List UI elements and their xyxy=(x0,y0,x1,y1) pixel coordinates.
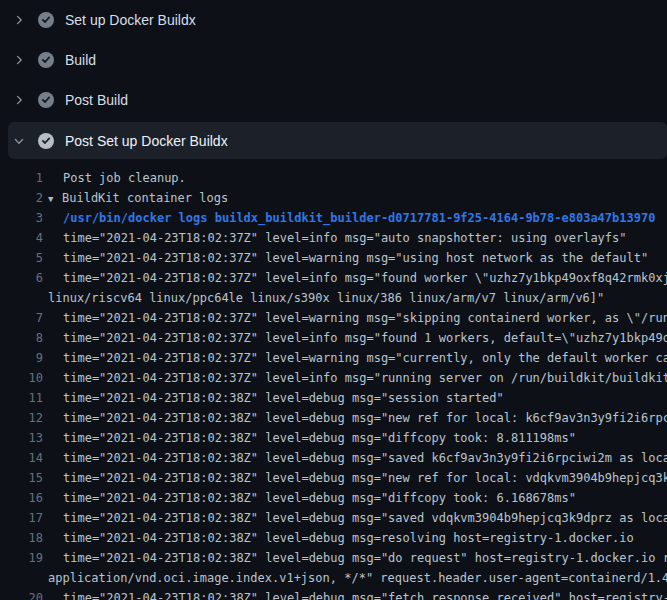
line-number[interactable]: 13 xyxy=(0,428,43,448)
line-number[interactable]: 6 xyxy=(0,268,43,288)
log-row: 16time="2021-04-23T18:02:38Z" level=debu… xyxy=(0,488,667,508)
line-number[interactable]: 4 xyxy=(0,228,43,248)
line-number[interactable]: 17 xyxy=(0,508,43,528)
log-text: time="2021-04-23T18:02:37Z" level=info m… xyxy=(43,268,667,288)
log-text: linux/riscv64 linux/ppc64le linux/s390x … xyxy=(43,288,604,308)
line-number[interactable]: 10 xyxy=(0,368,43,388)
log-row: 19time="2021-04-23T18:02:38Z" level=debu… xyxy=(0,548,667,568)
log-row: 20time="2021-04-23T18:02:38Z" level=debu… xyxy=(0,588,667,600)
log-text: time="2021-04-23T18:02:38Z" level=debug … xyxy=(43,508,667,528)
log-lines: 1Post job cleanup.2▼BuildKit container l… xyxy=(0,160,667,600)
log-text: time="2021-04-23T18:02:38Z" level=debug … xyxy=(43,548,667,568)
log-text: time="2021-04-23T18:02:37Z" level=warnin… xyxy=(43,308,667,328)
log-row: linux/riscv64 linux/ppc64le linux/s390x … xyxy=(0,288,667,308)
chevron-right-icon xyxy=(13,94,25,106)
line-number[interactable]: 14 xyxy=(0,448,43,468)
step-header-build[interactable]: Build xyxy=(0,40,667,80)
log-row: 9time="2021-04-23T18:02:37Z" level=warni… xyxy=(0,348,667,368)
line-number xyxy=(0,568,43,588)
check-circle-icon xyxy=(38,12,54,28)
line-number[interactable]: 19 xyxy=(0,548,43,568)
log-text: ▼BuildKit container logs xyxy=(43,188,228,208)
line-number xyxy=(0,288,43,308)
line-number[interactable]: 11 xyxy=(0,388,43,408)
log-row: 14time="2021-04-23T18:02:38Z" level=debu… xyxy=(0,448,667,468)
line-number[interactable]: 2 xyxy=(0,188,43,208)
line-number[interactable]: 1 xyxy=(0,168,43,188)
log-row: 11time="2021-04-23T18:02:38Z" level=debu… xyxy=(0,388,667,408)
chevron-down-icon xyxy=(13,135,25,147)
log-row: 18time="2021-04-23T18:02:38Z" level=debu… xyxy=(0,528,667,548)
log-row: 1Post job cleanup. xyxy=(0,168,667,188)
line-number[interactable]: 9 xyxy=(0,348,43,368)
log-text: time="2021-04-23T18:02:37Z" level=warnin… xyxy=(43,348,667,368)
line-number[interactable]: 3 xyxy=(0,208,43,228)
log-command-text: /usr/bin/docker logs buildx_buildkit_bui… xyxy=(43,208,655,228)
step-title: Set up Docker Buildx xyxy=(65,12,196,28)
log-text: application/vnd.oci.image.index.v1+json,… xyxy=(43,568,667,588)
check-circle-icon xyxy=(38,52,54,68)
log-row: 17time="2021-04-23T18:02:38Z" level=debu… xyxy=(0,508,667,528)
group-toggle-icon[interactable]: ▼ xyxy=(48,189,62,209)
line-number[interactable]: 15 xyxy=(0,468,43,488)
log-text: time="2021-04-23T18:02:37Z" level=info m… xyxy=(43,328,667,348)
log-text: time="2021-04-23T18:02:37Z" level=info m… xyxy=(43,368,667,388)
log-row: 2▼BuildKit container logs xyxy=(0,188,667,208)
log-text: time="2021-04-23T18:02:37Z" level=info m… xyxy=(43,228,627,248)
log-row: application/vnd.oci.image.index.v1+json,… xyxy=(0,568,667,588)
log-text: time="2021-04-23T18:02:38Z" level=debug … xyxy=(43,468,667,488)
log-row: 15time="2021-04-23T18:02:38Z" level=debu… xyxy=(0,468,667,488)
log-row: 6time="2021-04-23T18:02:37Z" level=info … xyxy=(0,268,667,288)
check-circle-icon xyxy=(38,92,54,108)
chevron-right-icon xyxy=(13,14,25,26)
log-text: time="2021-04-23T18:02:38Z" level=debug … xyxy=(43,388,504,408)
line-number[interactable]: 8 xyxy=(0,328,43,348)
group-title: BuildKit container logs xyxy=(62,191,228,205)
log-row: 12time="2021-04-23T18:02:38Z" level=debu… xyxy=(0,408,667,428)
step-header-post-set-up-docker-buildx[interactable]: Post Set up Docker Buildx xyxy=(8,122,667,159)
line-number[interactable]: 18 xyxy=(0,528,43,548)
line-number[interactable]: 5 xyxy=(0,248,43,268)
chevron-right-icon xyxy=(13,54,25,66)
log-text: time="2021-04-23T18:02:38Z" level=debug … xyxy=(43,488,576,508)
log-text: time="2021-04-23T18:02:38Z" level=debug … xyxy=(43,408,667,428)
log-text: Post job cleanup. xyxy=(43,168,186,188)
log-row: 13time="2021-04-23T18:02:38Z" level=debu… xyxy=(0,428,667,448)
job-steps-list: Set up Docker Buildx Build Post Build Po… xyxy=(0,0,667,600)
step-title: Post Set up Docker Buildx xyxy=(65,133,228,149)
log-row: 7time="2021-04-23T18:02:37Z" level=warni… xyxy=(0,308,667,328)
line-number[interactable]: 20 xyxy=(0,588,43,600)
log-text: time="2021-04-23T18:02:38Z" level=debug … xyxy=(43,428,576,448)
step-header-set-up-docker-buildx[interactable]: Set up Docker Buildx xyxy=(0,0,667,40)
log-row: 5time="2021-04-23T18:02:37Z" level=warni… xyxy=(0,248,667,268)
log-row: 4time="2021-04-23T18:02:37Z" level=info … xyxy=(0,228,667,248)
log-text: time="2021-04-23T18:02:37Z" level=warnin… xyxy=(43,248,648,268)
log-text: time="2021-04-23T18:02:38Z" level=debug … xyxy=(43,528,634,548)
log-row: 8time="2021-04-23T18:02:37Z" level=info … xyxy=(0,328,667,348)
step-title: Post Build xyxy=(65,92,128,108)
log-text: time="2021-04-23T18:02:38Z" level=debug … xyxy=(43,588,667,600)
check-circle-icon xyxy=(38,133,54,149)
line-number[interactable]: 12 xyxy=(0,408,43,428)
line-number[interactable]: 7 xyxy=(0,308,43,328)
log-row: 10time="2021-04-23T18:02:37Z" level=info… xyxy=(0,368,667,388)
log-text: time="2021-04-23T18:02:38Z" level=debug … xyxy=(43,448,667,468)
step-title: Build xyxy=(65,52,96,68)
log-row: 3/usr/bin/docker logs buildx_buildkit_bu… xyxy=(0,208,667,228)
step-header-post-build[interactable]: Post Build xyxy=(0,80,667,120)
line-number[interactable]: 16 xyxy=(0,488,43,508)
